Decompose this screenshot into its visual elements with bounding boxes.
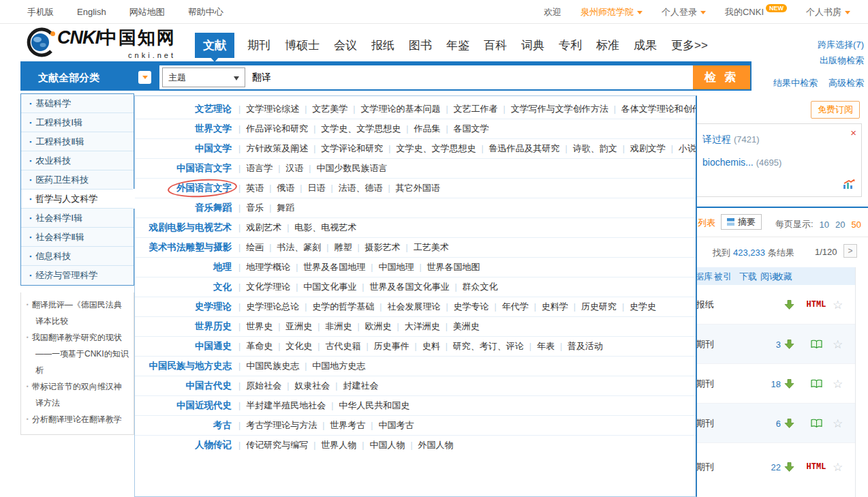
panel-subcategory-link[interactable]: 诗歌、韵文 <box>573 143 617 153</box>
nav-tab-2[interactable]: 博硕士 <box>283 33 321 58</box>
sidebar-item-7[interactable]: ▪社会科学Ⅱ辑 <box>21 228 134 247</box>
read-book-icon[interactable] <box>802 340 831 348</box>
read-book-icon[interactable] <box>802 379 831 388</box>
nav-tab-12[interactable]: 更多>> <box>670 33 709 58</box>
favorite-star-icon[interactable]: ☆ <box>833 460 843 474</box>
panel-subcategory-link[interactable]: 中国文化事业 <box>303 282 356 292</box>
panel-subcategory-link[interactable]: 原始社会 <box>246 380 281 391</box>
panel-category-label[interactable]: 中国语言文字 <box>135 159 232 178</box>
panel-category-label[interactable]: 外国语言文字 <box>135 179 232 198</box>
read-html-link[interactable]: HTML <box>802 462 831 472</box>
download-icon[interactable] <box>784 462 794 472</box>
institution-label[interactable]: 泉州师范学院 <box>580 7 634 17</box>
panel-subcategory-link[interactable]: 电影、电视艺术 <box>294 222 356 232</box>
panel-subcategory-link[interactable]: 史学史 <box>630 301 656 312</box>
panel-subcategory-link[interactable]: 革命史 <box>246 341 273 351</box>
topbar-link-2[interactable]: 网站地图 <box>129 6 165 18</box>
panel-subcategory-link[interactable]: 作品集 <box>414 123 440 134</box>
panel-category-label[interactable]: 地理 <box>135 258 232 277</box>
panel-subcategory-link[interactable]: 中国人物 <box>369 440 405 450</box>
related-article-line[interactable]: ▪我国翻译教学研究的现状 <box>27 329 134 346</box>
my-cnki-label[interactable]: 我的CNKI <box>725 7 764 17</box>
panel-subcategory-link[interactable]: 世界考古 <box>330 420 365 430</box>
panel-subcategory-link[interactable]: 封建社会 <box>343 380 378 391</box>
panel-subcategory-link[interactable]: 史学的哲学基础 <box>312 301 374 312</box>
nav-tab-3[interactable]: 会议 <box>332 33 358 58</box>
close-icon[interactable]: × <box>850 127 856 138</box>
panel-category-label[interactable]: 中国文学 <box>135 139 232 158</box>
per-page-option-10[interactable]: 10 <box>820 220 829 230</box>
sidebar-item-1[interactable]: ▪工程科技Ⅰ辑 <box>21 113 134 132</box>
personal-study-menu[interactable]: 个人书房 <box>806 6 850 18</box>
favorite-star-icon[interactable]: ☆ <box>833 297 843 312</box>
favorite-star-icon[interactable]: ☆ <box>833 376 843 391</box>
panel-subcategory-link[interactable]: 中国少数民族语言 <box>316 163 387 173</box>
panel-subcategory-link[interactable]: 世界史 <box>246 321 273 331</box>
panel-category-label[interactable]: 美术书法雕塑与摄影 <box>135 238 232 257</box>
panel-category-label[interactable]: 史学理论 <box>135 297 232 316</box>
panel-subcategory-link[interactable]: 地理学概论 <box>246 262 290 272</box>
panel-subcategory-link[interactable]: 其它外国语 <box>396 183 440 193</box>
panel-subcategory-link[interactable]: 外国人物 <box>418 440 454 450</box>
panel-subcategory-link[interactable]: 各国文学 <box>454 123 489 134</box>
category-all-button[interactable]: 文献全部分类 <box>20 64 158 91</box>
panel-subcategory-link[interactable]: 文学评论和研究 <box>321 143 383 153</box>
view-abstract-toggle[interactable]: 摘要 <box>721 214 762 230</box>
panel-subcategory-link[interactable]: 传记研究与编写 <box>246 440 308 450</box>
topbar-link-3[interactable]: 帮助中心 <box>188 6 223 18</box>
panel-subcategory-link[interactable]: 大洋洲史 <box>405 321 440 331</box>
panel-subcategory-link[interactable]: 世界各国地图 <box>427 262 480 272</box>
panel-category-label[interactable]: 中国通史 <box>135 337 232 356</box>
search-input[interactable] <box>245 65 693 89</box>
search-in-results-link[interactable]: 结果中检索 <box>773 77 818 89</box>
panel-subcategory-link[interactable]: 奴隶社会 <box>294 380 330 391</box>
panel-category-label[interactable]: 世界文学 <box>135 119 232 138</box>
panel-subcategory-link[interactable]: 雕塑 <box>334 242 352 252</box>
category-expand-button[interactable] <box>138 71 151 84</box>
panel-subcategory-link[interactable]: 音乐 <box>246 202 264 213</box>
related-article-line[interactable]: ▪分析翻译理论在翻译教学 <box>27 411 134 427</box>
panel-subcategory-link[interactable]: 史料学 <box>542 301 568 312</box>
per-page-option-50[interactable]: 50 <box>852 220 861 230</box>
panel-subcategory-link[interactable]: 工艺美术 <box>414 242 449 252</box>
panel-subcategory-link[interactable]: 鲁迅作品及其研究 <box>489 143 560 153</box>
view-list-toggle[interactable]: 列表 <box>698 217 715 229</box>
personal-login-menu[interactable]: 个人登录 <box>662 6 706 18</box>
panel-subcategory-link[interactable]: 社会发展理论 <box>387 301 440 312</box>
nav-tab-10[interactable]: 标准 <box>595 33 621 58</box>
panel-category-label[interactable]: 戏剧电影与电视艺术 <box>135 218 232 237</box>
panel-subcategory-link[interactable]: 文艺美学 <box>312 104 347 114</box>
panel-subcategory-link[interactable]: 小说 <box>679 143 696 153</box>
panel-subcategory-link[interactable]: 语言学 <box>246 163 273 173</box>
panel-subcategory-link[interactable]: 史学专论 <box>454 301 489 312</box>
panel-subcategory-link[interactable]: 世界人物 <box>321 440 356 450</box>
nav-tab-5[interactable]: 图书 <box>407 33 433 58</box>
panel-category-label[interactable]: 中国民族与地方史志 <box>135 357 232 376</box>
sidebar-item-9[interactable]: ▪经济与管理科学 <box>21 266 134 285</box>
institution-menu[interactable]: 泉州师范学院 <box>580 6 642 18</box>
panel-subcategory-link[interactable]: 非洲史 <box>325 321 352 331</box>
nav-tab-1[interactable]: 期刊 <box>246 33 272 58</box>
panel-subcategory-link[interactable]: 文学史、文学思想史 <box>321 123 401 134</box>
panel-subcategory-link[interactable]: 方针政策及阐述 <box>246 143 308 153</box>
panel-subcategory-link[interactable]: 绘画 <box>246 242 264 252</box>
panel-category-label[interactable]: 中国近现代史 <box>135 396 232 415</box>
panel-category-label[interactable]: 考古 <box>135 416 232 435</box>
topbar-link-1[interactable]: English <box>77 7 106 17</box>
read-html-link[interactable]: HTML <box>802 300 831 310</box>
favorite-star-icon[interactable]: ☆ <box>833 337 843 351</box>
related-term-link[interactable]: 译过程 <box>702 134 731 145</box>
panel-category-label[interactable]: 音乐舞蹈 <box>135 198 232 217</box>
panel-subcategory-link[interactable]: 文化史 <box>285 341 312 351</box>
free-subscribe-button[interactable]: 免费订阅 <box>811 101 860 119</box>
panel-subcategory-link[interactable]: 史学理论总论 <box>246 301 299 312</box>
panel-subcategory-link[interactable]: 文学写作与文学创作方法 <box>511 104 608 114</box>
panel-subcategory-link[interactable]: 历史事件 <box>374 341 409 351</box>
panel-subcategory-link[interactable]: 普及活动 <box>568 341 603 351</box>
panel-subcategory-link[interactable]: 研究、考订、评论 <box>453 341 524 351</box>
panel-subcategory-link[interactable]: 书法、篆刻 <box>277 242 321 252</box>
advanced-search-link[interactable]: 高级检索 <box>828 77 864 89</box>
column-header-0[interactable]: 据库 <box>695 271 713 283</box>
panel-subcategory-link[interactable]: 文艺工作者 <box>454 104 498 114</box>
search-field-select[interactable]: 主题 <box>162 67 245 87</box>
